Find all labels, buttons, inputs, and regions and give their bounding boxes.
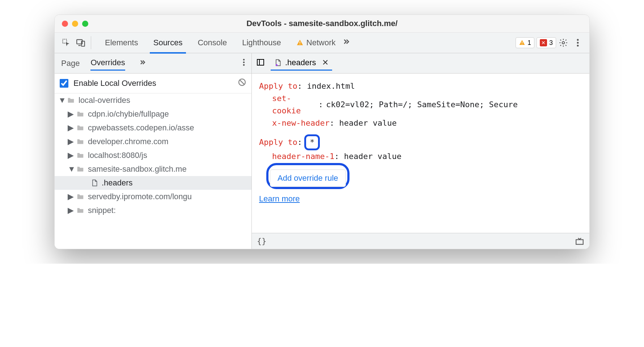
panel-tabs: Elements Sources Console Lighthouse Netw… <box>101 34 339 52</box>
svg-rect-17 <box>576 239 583 244</box>
svg-point-11 <box>243 59 245 60</box>
header-name: set-cookie <box>272 92 315 117</box>
settings-icon[interactable] <box>556 35 571 50</box>
window-controls <box>55 21 88 27</box>
errors-badge[interactable]: ✕ 3 <box>537 37 556 48</box>
main-toolbar: Elements Sources Console Lighthouse Netw… <box>55 32 589 53</box>
format-icon[interactable]: {} <box>257 237 267 246</box>
enable-overrides-row: Enable Local Overrides <box>55 74 251 93</box>
header-name: x-new-header <box>272 117 330 129</box>
folder-icon <box>76 151 84 159</box>
panel-body: Page Overrides Enable Local Overrides <box>55 53 589 249</box>
more-tabs-icon[interactable] <box>339 38 353 48</box>
warning-icon <box>296 39 304 46</box>
sources-sidebar: Page Overrides Enable Local Overrides <box>55 53 252 249</box>
svg-point-7 <box>562 42 565 44</box>
file-tree: ▼ local-overrides ▶ cdpn.io/chybie/fullp… <box>55 93 251 249</box>
close-window-button[interactable] <box>62 21 68 27</box>
warning-icon <box>519 39 525 46</box>
file-icon <box>274 59 281 66</box>
folder-icon <box>76 165 84 173</box>
tree-folder[interactable]: ▶ cpwebassets.codepen.io/asse <box>55 121 251 135</box>
folder-icon <box>76 124 84 132</box>
device-toggle-icon[interactable] <box>73 35 88 50</box>
svg-rect-15 <box>257 59 264 65</box>
svg-point-12 <box>243 61 245 63</box>
warnings-badge[interactable]: 1 <box>516 37 534 48</box>
tab-lighthouse[interactable]: Lighthouse <box>238 34 285 52</box>
folder-icon <box>76 206 84 214</box>
divider <box>91 36 91 49</box>
tab-network[interactable]: Network <box>293 34 339 52</box>
svg-rect-3 <box>300 42 300 43</box>
svg-point-9 <box>577 42 579 44</box>
apply-to-keyword: Apply to <box>259 81 297 91</box>
editor-tab-label: .headers <box>285 58 316 67</box>
svg-point-10 <box>577 45 579 47</box>
svg-rect-6 <box>522 44 522 45</box>
tab-sources[interactable]: Sources <box>150 34 186 52</box>
svg-rect-5 <box>522 42 522 43</box>
inspect-icon[interactable] <box>59 35 73 50</box>
svg-point-13 <box>243 64 245 66</box>
tree-label: developer.chrome.com <box>88 137 169 146</box>
editor-tab-headers[interactable]: .headers ✕ <box>271 56 332 71</box>
tree-label: snippet: <box>88 206 116 215</box>
editor-content[interactable]: Apply to: index.html set-cookie : ck02=v… <box>252 74 589 233</box>
tree-folder[interactable]: ▶ localhost:8080/js <box>55 149 251 162</box>
svg-point-16 <box>276 64 277 66</box>
tree-file-headers[interactable]: .headers <box>55 176 251 190</box>
subtab-page[interactable]: Page <box>61 59 80 68</box>
tab-network-label: Network <box>306 38 336 47</box>
warning-count: 1 <box>528 39 531 47</box>
folder-icon <box>76 110 84 118</box>
editor-statusbar: {} <box>252 233 589 249</box>
apply-to-wildcard: * <box>304 134 320 150</box>
drawer-toggle-icon[interactable] <box>575 237 584 246</box>
tree-folder[interactable]: ▶ cdpn.io/chybie/fullpage <box>55 107 251 121</box>
svg-rect-4 <box>300 44 300 45</box>
maximize-window-button[interactable] <box>82 21 88 27</box>
folder-icon <box>76 138 84 146</box>
svg-point-8 <box>577 39 579 41</box>
tree-label: .headers <box>102 178 133 188</box>
sidebar-subtabs: Page Overrides <box>55 53 251 73</box>
devtools-window: DevTools - samesite-sandbox.glitch.me/ E… <box>54 14 590 249</box>
tab-elements[interactable]: Elements <box>101 34 142 52</box>
more-subtabs-icon[interactable] <box>136 59 149 68</box>
enable-overrides-label: Enable Local Overrides <box>73 79 156 88</box>
header-value: ck02=vl02; Path=/; SameSite=None; Secure <box>326 99 518 111</box>
sidebar-kebab-icon[interactable] <box>243 58 245 68</box>
apply-to-value: index.html <box>307 81 355 91</box>
header-value: header value <box>344 150 402 163</box>
enable-overrides-checkbox[interactable] <box>60 79 68 88</box>
toggle-sidebar-icon[interactable] <box>256 58 265 69</box>
error-icon: ✕ <box>540 39 547 46</box>
learn-more-link[interactable]: Learn more <box>259 193 582 205</box>
minimize-window-button[interactable] <box>72 21 78 27</box>
highlight-annotation: Add override rule <box>266 163 349 189</box>
header-name: header-name-1 <box>272 150 334 163</box>
add-override-rule-button[interactable]: Add override rule <box>270 170 346 187</box>
window-title: DevTools - samesite-sandbox.glitch.me/ <box>55 19 589 28</box>
tree-folder[interactable]: ▶ servedby.ipromote.com/longu <box>55 190 251 204</box>
kebab-menu-icon[interactable] <box>571 35 585 50</box>
folder-icon <box>67 96 75 104</box>
tree-folder[interactable]: ▶ snippet: <box>55 204 251 217</box>
titlebar: DevTools - samesite-sandbox.glitch.me/ <box>55 15 589 32</box>
clear-overrides-icon[interactable] <box>238 78 246 89</box>
folder-icon <box>76 193 84 201</box>
tree-folder-expanded[interactable]: ▼ samesite-sandbox.glitch.me <box>55 162 251 176</box>
tree-label: cpwebassets.codepen.io/asse <box>88 123 194 133</box>
tree-label: cdpn.io/chybie/fullpage <box>88 109 169 119</box>
tree-label: servedby.ipromote.com/longu <box>88 192 192 201</box>
tab-console[interactable]: Console <box>194 34 230 52</box>
apply-to-keyword: Apply to <box>259 138 297 147</box>
close-tab-icon[interactable]: ✕ <box>322 58 329 67</box>
subtab-overrides[interactable]: Overrides <box>90 58 125 71</box>
editor-pane: .headers ✕ Apply to: index.html set-cook… <box>252 53 589 249</box>
tree-folder[interactable]: ▶ developer.chrome.com <box>55 135 251 149</box>
tree-label: localhost:8080/js <box>88 151 147 160</box>
error-count: 3 <box>549 39 553 47</box>
tree-folder-root[interactable]: ▼ local-overrides <box>55 93 251 107</box>
